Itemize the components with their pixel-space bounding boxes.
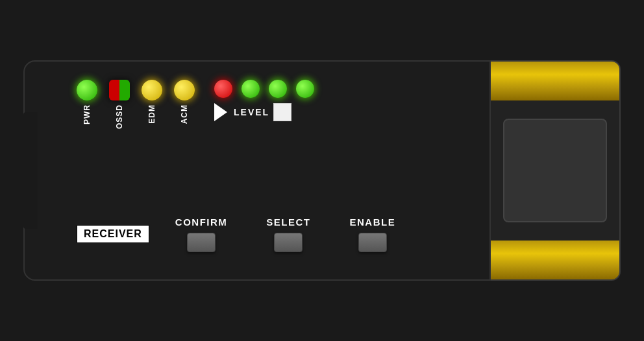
led-pwr-label: PWR (82, 104, 92, 124)
led-level-green3 (296, 80, 314, 98)
led-acm (174, 80, 195, 100)
top-section: PWR OSSD EDM ACM (25, 62, 489, 189)
led-edm-label: EDM (147, 104, 156, 124)
led-item-pwr: PWR (77, 80, 97, 124)
led-level-green1 (242, 80, 260, 98)
enable-label: ENABLE (349, 217, 395, 228)
level-section: LEVEL (214, 80, 314, 121)
led-item-edm: EDM (142, 80, 162, 124)
select-button[interactable] (274, 233, 303, 252)
btn-item-enable: ENABLE (349, 217, 395, 252)
button-group: CONFIRM SELECT ENABLE (175, 217, 395, 252)
led-level-red (214, 80, 232, 98)
connector-block (491, 60, 621, 281)
connector-panel (503, 119, 607, 222)
gold-stripe-bottom (491, 241, 619, 279)
scene: PWR OSSD EDM ACM (10, 15, 634, 326)
led-group-main: PWR OSSD EDM ACM (77, 80, 195, 129)
level-text-label: LEVEL (234, 107, 269, 117)
device-wrapper: PWR OSSD EDM ACM (23, 41, 621, 300)
led-level-green2 (269, 80, 287, 98)
level-leds (214, 80, 314, 98)
led-acm-label: ACM (180, 104, 189, 124)
led-ossd-label: OSSD (115, 104, 124, 129)
connector-middle (491, 100, 619, 241)
led-edm (142, 80, 162, 100)
receiver-label: RECEIVER (77, 225, 149, 243)
device-body: PWR OSSD EDM ACM (23, 60, 491, 281)
gold-stripe-top (491, 62, 619, 100)
level-box (273, 103, 291, 121)
confirm-button[interactable] (187, 233, 216, 252)
led-pwr (77, 80, 97, 100)
btn-item-select: SELECT (266, 217, 310, 252)
enable-button[interactable] (358, 233, 387, 252)
level-arrow-icon (214, 103, 227, 121)
btn-item-confirm: CONFIRM (175, 217, 228, 252)
led-item-acm: ACM (174, 80, 195, 124)
led-item-ossd: OSSD (109, 80, 130, 129)
confirm-label: CONFIRM (175, 217, 228, 228)
select-label: SELECT (266, 217, 310, 228)
led-ossd (109, 80, 130, 100)
bottom-section: RECEIVER CONFIRM SELECT ENABLE (25, 189, 489, 279)
